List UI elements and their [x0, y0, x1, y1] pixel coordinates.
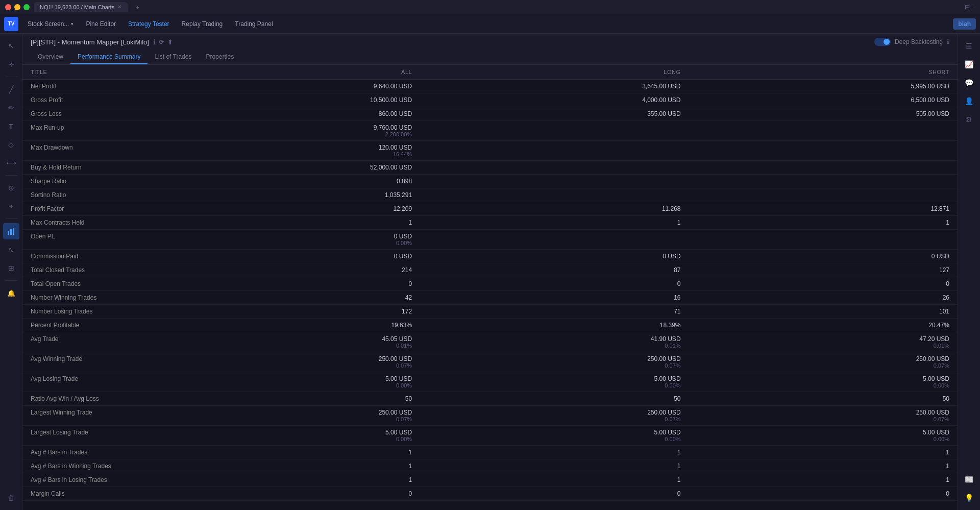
- os-tab-close-icon[interactable]: ✕: [117, 4, 121, 10]
- cell-long: [420, 121, 689, 141]
- short-value: 250.00 USD: [916, 355, 949, 362]
- strategy-info-icon[interactable]: ℹ: [153, 38, 156, 46]
- long-value: 41.90 USD: [651, 335, 681, 343]
- cell-short: 250.00 USD0.07%: [689, 352, 958, 372]
- strategy-refresh-icon[interactable]: ⟳: [159, 38, 164, 46]
- settings-side-icon[interactable]: ⚙: [961, 111, 977, 128]
- cell-all: 1: [135, 216, 420, 230]
- nav-strategy-tester-label: Strategy Tester: [128, 20, 169, 28]
- cell-all: 9,640.00 USD: [135, 80, 420, 93]
- cell-long: 87: [420, 263, 689, 277]
- cell-title: Margin Calls: [22, 487, 135, 501]
- cell-short: [689, 141, 958, 161]
- magnet-tool-icon[interactable]: ⌖: [3, 198, 19, 214]
- cell-short: 0: [689, 487, 958, 501]
- os-tab[interactable]: NQ1! 19,623.00 / Main Charts ✕: [34, 2, 128, 12]
- all-value: 52,000.00 USD: [370, 164, 412, 171]
- cell-all: 0 USD0.00%: [135, 230, 420, 250]
- layout-icon[interactable]: ⊞: [3, 260, 19, 276]
- chart-side-icon[interactable]: 📈: [961, 56, 977, 72]
- short-value: 1: [946, 219, 949, 226]
- cell-long: 1: [420, 216, 689, 230]
- cell-long: [420, 175, 689, 188]
- long-value: 4,000.00 USD: [642, 96, 680, 104]
- nav-strategy-tester[interactable]: Strategy Tester: [123, 18, 174, 30]
- cell-short: 12.871: [689, 202, 958, 216]
- deep-backtesting-info-icon[interactable]: ℹ: [947, 38, 949, 45]
- window-extend-icon[interactable]: ▫: [973, 4, 975, 11]
- long-value: 71: [674, 308, 680, 315]
- sidebar-divider-3: [5, 218, 17, 219]
- short-value: 505.00 USD: [916, 110, 949, 117]
- news-side-icon[interactable]: 📰: [961, 471, 977, 488]
- community-icon[interactable]: 💬: [961, 75, 977, 91]
- trash-icon[interactable]: 🗑: [3, 490, 19, 506]
- long-value: 0: [677, 280, 681, 287]
- maximize-button[interactable]: [23, 4, 30, 10]
- table-row: Avg # Bars in Winning Trades111: [22, 459, 958, 473]
- strategy-script-title: [P][STR] - Momentum Mapper [LokiMilo]: [31, 38, 149, 46]
- strategy-export-icon[interactable]: ⬆: [167, 38, 173, 46]
- brush-tool-icon[interactable]: ✏: [3, 100, 19, 116]
- nav-trading-panel[interactable]: Trading Panel: [230, 18, 278, 30]
- chart-type-icon[interactable]: [3, 223, 19, 239]
- user-account-button[interactable]: blah: [953, 18, 976, 30]
- cell-long: 4,000.00 USD: [420, 93, 689, 107]
- ideas-side-icon[interactable]: 💡: [961, 490, 977, 506]
- cell-title: Net Profit: [22, 80, 135, 93]
- minimize-button[interactable]: [14, 4, 20, 10]
- cell-short: [689, 188, 958, 202]
- cell-all: 214: [135, 263, 420, 277]
- tab-properties[interactable]: Properties: [199, 50, 241, 64]
- indicator-tool-icon[interactable]: ∿: [3, 241, 19, 258]
- profile-icon[interactable]: 👤: [961, 93, 977, 109]
- deep-backtesting-toggle[interactable]: [874, 38, 891, 46]
- nav-replay-trading[interactable]: Replay Trading: [177, 18, 228, 30]
- cell-title: Total Closed Trades: [22, 263, 135, 277]
- svg-rect-1: [10, 229, 12, 235]
- zoom-tool-icon[interactable]: ⊕: [3, 180, 19, 196]
- tab-list-of-trades[interactable]: List of Trades: [148, 50, 199, 64]
- col-long: Long: [420, 65, 689, 80]
- new-tab-button[interactable]: +: [130, 2, 145, 12]
- cell-long: 3,645.00 USD: [420, 80, 689, 93]
- tab-overview[interactable]: Overview: [31, 50, 70, 64]
- all-value: 1: [408, 449, 412, 456]
- short-value: 250.00 USD: [916, 409, 949, 416]
- all-value: 10,500.00 USD: [370, 96, 412, 104]
- cell-short: 20.47%: [689, 319, 958, 332]
- deep-backtesting-label: Deep Backtesting: [895, 38, 943, 45]
- cursor-icon[interactable]: ↖: [3, 38, 19, 54]
- all-sub-value: 0.00%: [143, 382, 412, 388]
- close-button[interactable]: [5, 4, 11, 10]
- text-tool-icon[interactable]: T: [3, 118, 19, 134]
- svg-rect-2: [13, 228, 14, 235]
- all-sub-value: 16.44%: [143, 151, 412, 157]
- svg-rect-0: [8, 231, 9, 235]
- window-tile-icon[interactable]: ⊟: [965, 4, 970, 11]
- nav-pine-editor[interactable]: Pine Editor: [81, 18, 121, 30]
- table-row: Gross Loss860.00 USD355.00 USD505.00 USD: [22, 107, 958, 121]
- long-value: 250.00 USD: [647, 355, 680, 362]
- crosshair-icon[interactable]: ✛: [3, 56, 19, 72]
- shapes-tool-icon[interactable]: ◇: [3, 136, 19, 153]
- measure-tool-icon[interactable]: ⟷: [3, 155, 19, 171]
- cell-title: Avg Losing Trade: [22, 372, 135, 392]
- os-tab-bar: NQ1! 19,623.00 / Main Charts ✕ +: [34, 2, 145, 12]
- all-value: 45.05 USD: [382, 335, 412, 343]
- short-value: 0: [946, 280, 949, 287]
- table-row: Gross Profit10,500.00 USD4,000.00 USD6,5…: [22, 93, 958, 107]
- deep-backtesting-toggle-group: Deep Backtesting ℹ: [874, 38, 949, 46]
- nav-stock-screener[interactable]: Stock Screen... ▾: [22, 18, 79, 30]
- cell-all: 250.00 USD0.07%: [135, 406, 420, 426]
- tab-performance-summary[interactable]: Performance Summary: [70, 50, 148, 64]
- watchlist-icon[interactable]: ☰: [961, 38, 977, 54]
- cell-title: Gross Loss: [22, 107, 135, 121]
- cell-title: Avg Trade: [22, 332, 135, 352]
- long-value: 16: [674, 294, 680, 301]
- alert-icon[interactable]: 🔔: [3, 285, 19, 301]
- short-value: 101: [939, 308, 949, 315]
- chevron-down-icon: ▾: [71, 21, 74, 27]
- line-tool-icon[interactable]: ╱: [3, 81, 19, 98]
- table-row: Max Drawdown120.00 USD16.44%: [22, 141, 958, 161]
